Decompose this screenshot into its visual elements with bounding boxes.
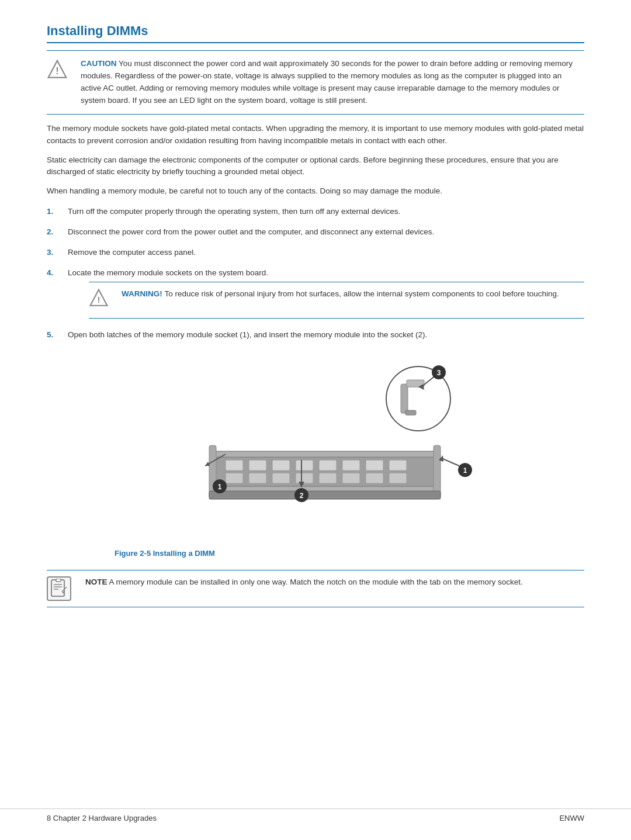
svg-line-38: [442, 458, 459, 466]
page-title: Installing DIMMs: [47, 23, 584, 43]
step-4-content: Locate the memory module sockets on the …: [68, 267, 584, 321]
svg-rect-34: [405, 410, 416, 415]
note-body: A memory module can be installed in only…: [109, 578, 523, 586]
step-4-text: Locate the memory module sockets on the …: [68, 268, 268, 277]
body-paragraphs: The memory module sockets have gold-plat…: [47, 123, 584, 198]
svg-rect-45: [56, 579, 61, 582]
figure-area: 1 2: [89, 352, 584, 543]
svg-rect-24: [434, 445, 441, 498]
warning-label: WARNING!: [122, 289, 165, 298]
svg-rect-19: [342, 473, 360, 483]
caution-icon: !: [47, 59, 74, 82]
figure-caption-label: Figure 2-5: [115, 549, 151, 558]
step-3-num: 3.: [47, 247, 68, 259]
body-para-2: Static electricity can damage the electr…: [47, 154, 584, 179]
step-3-text: Remove the computer access panel.: [68, 247, 584, 259]
step-4-num: 4.: [47, 267, 68, 321]
warning-box: ! WARNING! To reduce risk of personal in…: [89, 282, 584, 319]
caution-label: CAUTION: [81, 59, 117, 68]
step-5-num: 5.: [47, 329, 68, 559]
body-para-1: The memory module sockets have gold-plat…: [47, 123, 584, 147]
svg-rect-16: [272, 473, 290, 483]
svg-text:1: 1: [218, 483, 222, 491]
step-5-text: Open both latches of the memory module s…: [68, 330, 427, 339]
svg-rect-14: [226, 473, 243, 483]
svg-rect-10: [319, 460, 337, 471]
step-4: 4. Locate the memory module sockets on t…: [47, 267, 584, 321]
svg-text:!: !: [97, 295, 100, 305]
svg-text:!: !: [56, 65, 58, 76]
svg-text:1: 1: [463, 466, 467, 475]
svg-rect-18: [319, 473, 337, 483]
caution-body: You must disconnect the power cord and w…: [81, 59, 573, 105]
step-1-num: 1.: [47, 206, 68, 218]
step-5: 5. Open both latches of the memory modul…: [47, 329, 584, 559]
caution-text: CAUTION You must disconnect the power co…: [81, 58, 584, 107]
note-text: NOTE A memory module can be installed in…: [85, 576, 523, 589]
step-3: 3. Remove the computer access panel.: [47, 247, 584, 259]
arrow-1-right: [439, 455, 459, 466]
steps-list: 1. Turn off the computer properly throug…: [47, 206, 584, 559]
svg-rect-12: [366, 460, 383, 471]
note-icon: [47, 576, 79, 601]
svg-text:3: 3: [437, 369, 441, 377]
svg-rect-13: [389, 460, 407, 471]
dimm-svg: 1 2: [173, 352, 500, 539]
step-5-content: Open both latches of the memory module s…: [68, 329, 584, 559]
warning-body: To reduce risk of personal injury from h…: [165, 289, 559, 298]
figure-caption-text: Installing a DIMM: [153, 549, 215, 558]
svg-rect-21: [389, 473, 407, 483]
svg-rect-11: [342, 460, 360, 471]
svg-text:2: 2: [300, 492, 304, 500]
step-1: 1. Turn off the computer properly throug…: [47, 206, 584, 218]
footer-left: 8 Chapter 2 Hardware Upgrades: [47, 814, 157, 822]
body-para-3: When handling a memory module, be carefu…: [47, 185, 584, 198]
note-label: NOTE: [85, 578, 108, 586]
svg-rect-9: [296, 460, 313, 471]
step-2: 2. Disconnect the power cord from the po…: [47, 226, 584, 238]
svg-rect-41: [51, 580, 64, 596]
figure-caption: Figure 2-5 Installing a DIMM: [115, 548, 584, 559]
caution-box: ! CAUTION You must disconnect the power …: [47, 50, 584, 115]
svg-rect-7: [249, 460, 266, 471]
svg-rect-25: [209, 491, 441, 499]
svg-rect-8: [272, 460, 290, 471]
step-2-num: 2.: [47, 226, 68, 238]
svg-rect-15: [249, 473, 266, 483]
warning-icon: !: [89, 288, 116, 312]
svg-rect-6: [226, 460, 243, 471]
svg-rect-20: [366, 473, 383, 483]
footer-right: ENWW: [559, 814, 584, 822]
svg-rect-17: [296, 473, 313, 483]
footer: 8 Chapter 2 Hardware Upgrades ENWW: [0, 808, 631, 822]
warning-text: WARNING! To reduce risk of personal inju…: [122, 288, 559, 300]
note-box: NOTE A memory module can be installed in…: [47, 570, 584, 607]
note-icon-img: [47, 576, 71, 601]
svg-rect-32: [401, 384, 408, 413]
step-1-text: Turn off the computer properly through t…: [68, 206, 584, 218]
step-2-text: Disconnect the power cord from the power…: [68, 226, 584, 238]
